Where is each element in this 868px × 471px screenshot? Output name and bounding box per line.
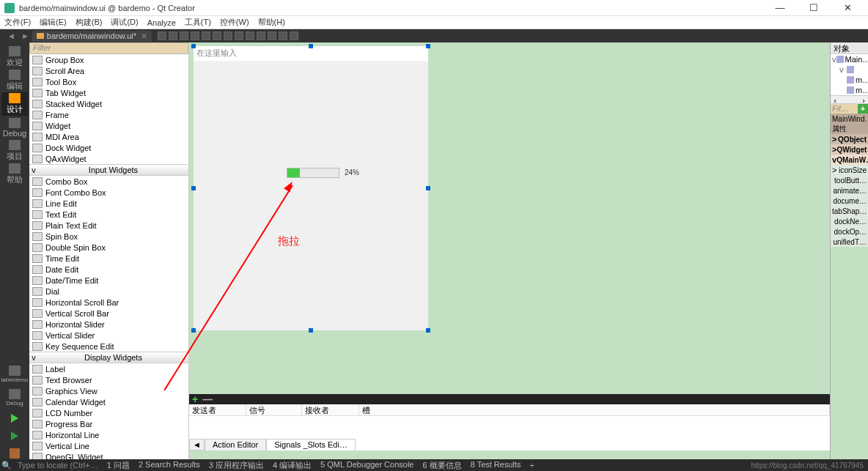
property-row[interactable]: unifiedT… [831, 237, 868, 247]
open-file-tab[interactable]: bardemo/mainwindow.ui* ✕ [32, 31, 152, 42]
property-row[interactable]: >iconSize [831, 165, 868, 175]
widget-item[interactable]: Key Sequence Edit [29, 341, 188, 352]
widget-item[interactable]: Label [29, 363, 188, 374]
mode-帮助[interactable]: 帮助 [1, 163, 28, 186]
resize-handle[interactable] [426, 186, 430, 190]
nav-back-icon[interactable]: ◄ [7, 31, 15, 40]
resize-handle[interactable] [309, 44, 313, 48]
widget-item[interactable]: Combo Box [29, 176, 188, 187]
menu-widgets[interactable]: 控件(W) [220, 17, 249, 28]
toolbar-icon[interactable] [268, 31, 276, 40]
widget-item[interactable]: Line Edit [29, 198, 188, 209]
widget-filter-input[interactable]: Filter [29, 42, 188, 54]
nav-fwd-icon[interactable]: ► [21, 31, 29, 40]
object-tree-row[interactable]: vMain… [831, 54, 868, 64]
mode-编辑[interactable]: 编辑 [1, 69, 28, 92]
property-row[interactable]: >QWidget [831, 144, 868, 155]
property-row[interactable]: vQMainW… [831, 155, 868, 165]
widget-item[interactable]: Scroll Area [29, 65, 188, 76]
widget-item[interactable]: QAxWidget [29, 153, 188, 164]
resize-handle[interactable] [426, 328, 430, 333]
locate-icon[interactable]: 🔍 [1, 461, 12, 470]
status-pane-button[interactable]: 6 概要信息 [422, 460, 461, 471]
widget-item[interactable]: Spin Box [29, 231, 188, 242]
toolbar-icon[interactable] [169, 31, 177, 40]
toolbar-icon[interactable] [202, 31, 210, 40]
menu-analyze[interactable]: Analyze [147, 18, 176, 27]
widget-item[interactable]: Horizontal Line [29, 429, 188, 440]
run-button[interactable] [1, 409, 28, 427]
widget-item[interactable]: Font Combo Box [29, 187, 188, 198]
toolbar-icon[interactable] [158, 31, 166, 40]
property-row[interactable]: >QObject [831, 134, 868, 144]
mode-项目[interactable]: 项目 [1, 139, 28, 163]
object-tree-row[interactable]: m… [831, 85, 868, 95]
menu-build[interactable]: 构建(B) [76, 17, 103, 28]
resize-handle[interactable] [309, 328, 313, 333]
minimize-button[interactable]: — [770, 2, 790, 13]
resize-handle[interactable] [191, 44, 196, 48]
close-button[interactable]: ✕ [837, 2, 858, 13]
widget-item[interactable]: Tab Widget [29, 87, 188, 98]
run-debug-button[interactable] [1, 427, 28, 445]
widget-item[interactable]: Stacked Widget [29, 98, 188, 109]
widget-item[interactable]: Vertical Slider [29, 330, 188, 341]
resize-handle[interactable] [426, 44, 430, 48]
property-row[interactable]: tabShap… [831, 206, 868, 216]
kit-labeldemo[interactable]: labeldemo [1, 363, 28, 386]
status-pane-button[interactable]: 3 应用程序输出 [209, 460, 264, 471]
widget-item[interactable]: Vertical Scroll Bar [29, 308, 188, 319]
object-tree-row[interactable]: v [831, 64, 868, 75]
widget-item[interactable]: MDI Area [29, 131, 188, 142]
status-pane-button[interactable]: 2 Search Results [139, 460, 200, 471]
toolbar-icon[interactable] [235, 31, 243, 40]
toolbar-icon[interactable] [191, 31, 199, 40]
status-pane-button[interactable]: 4 编译输出 [273, 460, 312, 471]
locator-input[interactable]: Type to locate (Ctrl+… [18, 461, 98, 470]
property-row[interactable]: dockOp… [831, 226, 868, 237]
widget-category-header[interactable]: vInput Widgets [29, 164, 188, 176]
menu-edit[interactable]: 编辑(E) [40, 17, 67, 28]
maximize-button[interactable]: ☐ [803, 2, 824, 13]
close-tab-icon[interactable]: ✕ [141, 31, 147, 41]
widget-item[interactable]: Graphics View [29, 385, 188, 396]
toolbar-icon[interactable] [224, 31, 232, 40]
property-filter-input[interactable]: Fil… [831, 104, 858, 114]
tree-scrollbar[interactable]: ‹› [831, 95, 868, 104]
mode-设计[interactable]: 设计 [1, 92, 28, 116]
status-pane-button[interactable]: 5 QML Debugger Console [320, 460, 413, 471]
property-row[interactable]: animate… [831, 185, 868, 196]
mode-debug[interactable]: Debug [1, 116, 28, 139]
widget-item[interactable]: Dial [29, 286, 188, 297]
property-row[interactable]: dockNe… [831, 216, 868, 226]
widget-item[interactable]: Frame [29, 109, 188, 120]
form-canvas[interactable]: 在这里输入 24% 拖拉 [194, 46, 428, 330]
toolbar-icon[interactable] [180, 31, 188, 40]
resize-handle[interactable] [191, 328, 196, 333]
widget-item[interactable]: Horizontal Slider [29, 319, 188, 330]
toolbar-icon[interactable] [257, 31, 265, 40]
menu-debug[interactable]: 调试(D) [111, 17, 138, 28]
widget-item[interactable]: Vertical Line [29, 440, 188, 451]
widget-item[interactable]: Text Edit [29, 209, 188, 220]
widget-item[interactable]: Calendar Widget [29, 396, 188, 407]
add-signal-button[interactable]: + [192, 393, 198, 405]
widget-item[interactable]: Tool Box [29, 76, 188, 87]
status-pane-button[interactable]: 8 Test Results [471, 460, 521, 471]
widget-item[interactable]: Plain Text Edit [29, 220, 188, 231]
mode-欢迎[interactable]: 欢迎 [1, 45, 28, 69]
widget-item[interactable]: Time Edit [29, 253, 188, 264]
resize-handle[interactable] [191, 186, 196, 190]
kit-debug[interactable]: Debug [1, 386, 28, 409]
form-placeholder-text[interactable]: 在这里输入 [194, 46, 428, 61]
widget-item[interactable]: Text Browser [29, 374, 188, 385]
toolbar-icon[interactable] [290, 31, 298, 40]
status-pane-button[interactable]: 1 问题 [107, 460, 130, 471]
menu-file[interactable]: 文件(F) [4, 17, 31, 28]
widget-item[interactable]: Date/Time Edit [29, 275, 188, 286]
add-property-button[interactable]: + [858, 104, 868, 114]
widget-category-header[interactable]: vDisplay Widgets [29, 352, 188, 363]
widget-item[interactable]: Double Spin Box [29, 242, 188, 253]
widget-item[interactable]: Date Edit [29, 264, 188, 275]
widget-item[interactable]: Dock Widget [29, 142, 188, 153]
